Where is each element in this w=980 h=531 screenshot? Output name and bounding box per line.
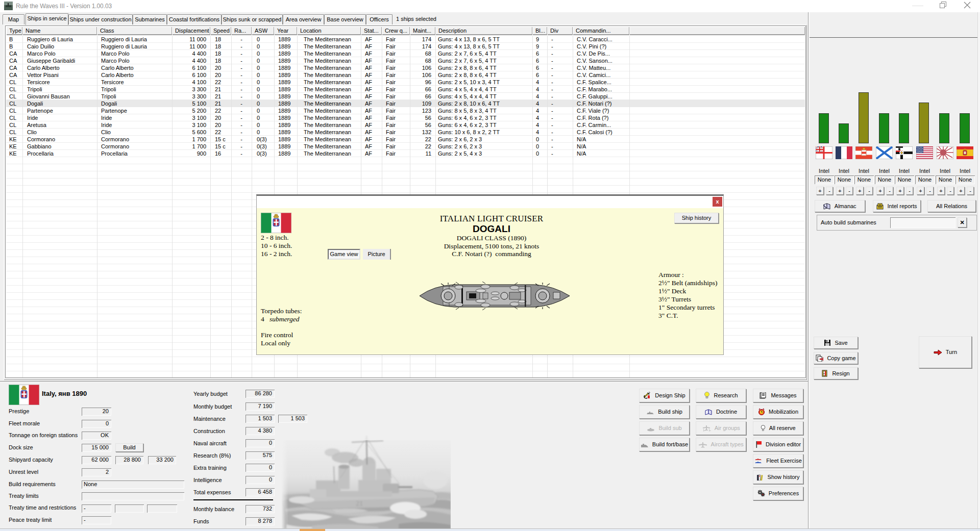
svg-text:21: 21	[356, 500, 363, 508]
